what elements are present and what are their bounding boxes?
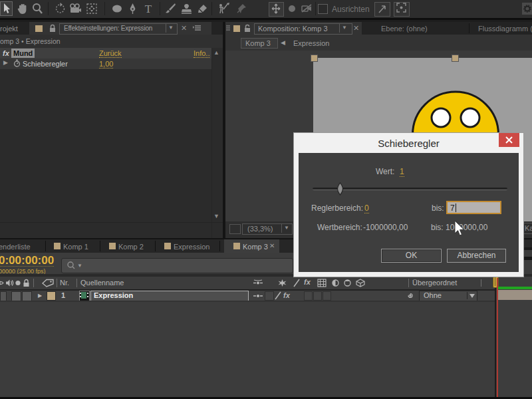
svg-text:T: T [145,3,152,15]
